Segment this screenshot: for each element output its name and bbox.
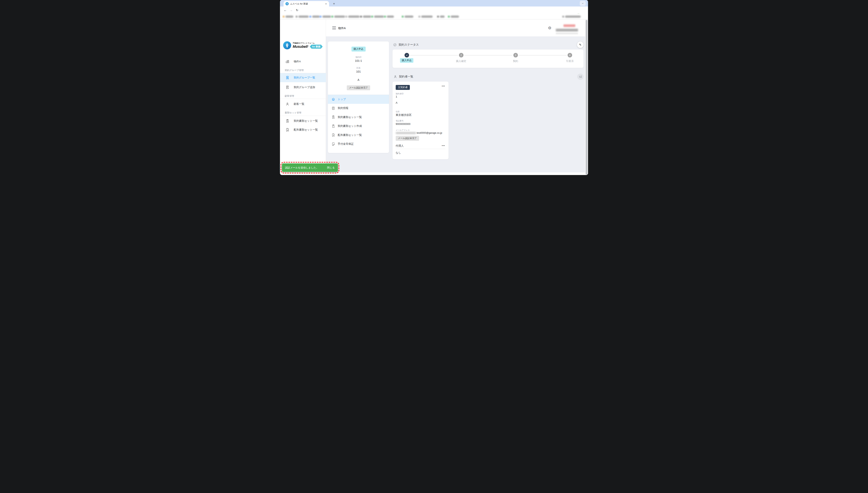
- document-lines-icon: [332, 106, 335, 110]
- tab-label: 契約書類セット作成: [338, 124, 362, 128]
- mail-verification-badge: メール認証未完了: [396, 136, 419, 141]
- tab-close-icon[interactable]: ×: [325, 2, 327, 5]
- step-3-circle: 3: [513, 53, 518, 58]
- pencil-icon: ✎: [579, 43, 581, 47]
- content-bottom-strip: [326, 172, 588, 175]
- agent-more-icon[interactable]: ⋯: [442, 144, 445, 148]
- sidebar-item-label: 契約グループ一覧: [294, 76, 315, 80]
- bookmark-item[interactable]: [320, 15, 331, 18]
- sort-button[interactable]: [577, 73, 584, 80]
- document-add-icon: [285, 85, 290, 89]
- hamburger-menu-icon[interactable]: [332, 26, 336, 29]
- bookmark-item[interactable]: [345, 15, 360, 18]
- contractors-title: 契約者一覧: [393, 75, 413, 79]
- contract-status-title: 契約ステータス: [393, 43, 419, 47]
- sidebar-item-label: 顧客一覧: [294, 102, 304, 106]
- sidebar-item-distribution-docset-list[interactable]: 配布書類セット一覧: [280, 125, 326, 134]
- check-icon: [406, 54, 408, 57]
- tab-top[interactable]: トップ: [328, 95, 389, 104]
- bookmark-item[interactable]: [562, 15, 581, 18]
- sidebar-item-customer-list[interactable]: 顧客一覧: [280, 100, 326, 109]
- dashed-check-circle-icon: [393, 43, 397, 47]
- bookmark-item[interactable]: [310, 15, 320, 18]
- bookmark-search-icon: [332, 115, 335, 119]
- browser-window: ムスベル for 新築 × + ← → ↻ ⋮: [280, 0, 588, 175]
- mail-verification-badge: メール認証未完了: [347, 85, 370, 90]
- sidebar-item-label: 配布書類セット一覧: [294, 128, 318, 132]
- reload-icon[interactable]: ↻: [295, 8, 300, 13]
- step-1-circle-done: [405, 53, 409, 58]
- toast-close-button[interactable]: 閉じる: [327, 166, 335, 170]
- person-icon: [285, 102, 290, 106]
- email-label: メールアドレス: [396, 129, 410, 132]
- home-icon: [332, 97, 335, 101]
- contractor-id-label: 契約者ID: [396, 92, 404, 95]
- tab-contract-docset-create[interactable]: 契約書類セット作成: [328, 122, 389, 131]
- bookmark-item[interactable]: [296, 15, 309, 18]
- user-role-redacted: [564, 24, 575, 27]
- tab-title: ムスベル for 新築: [290, 2, 325, 5]
- gear-icon[interactable]: ⚙: [548, 26, 551, 30]
- musubell-pen-nib-icon: [283, 41, 291, 49]
- sidebar: 不動産DXプラットフォーム Musubell ® for 新築 物件A 契約グル…: [280, 19, 326, 175]
- divider: [280, 115, 326, 116]
- sidebar-item-contract-group-list[interactable]: 契約グループ一覧: [280, 73, 326, 82]
- new-tab-button[interactable]: +: [332, 1, 337, 6]
- contract-id-value: 101-1: [328, 59, 389, 62]
- phone-value: 9000000000: [396, 123, 410, 126]
- back-icon[interactable]: ←: [283, 8, 288, 13]
- contractor-more-icon[interactable]: ⋯: [442, 84, 445, 88]
- bookmark-search-icon: [285, 119, 290, 123]
- edit-status-button[interactable]: ✎: [577, 42, 584, 48]
- tab-strip: ムスベル for 新築 × +: [280, 0, 588, 6]
- bookmark-item[interactable]: [283, 15, 293, 18]
- contractor-id-value: 1: [396, 95, 397, 98]
- sidebar-item-contract-group-add[interactable]: 契約グループ追加: [280, 83, 326, 92]
- step-connector: [519, 55, 567, 56]
- email-prefix-redacted: [396, 132, 416, 134]
- bookmark-item[interactable]: [448, 15, 459, 18]
- sidebar-item-contract-docset-list[interactable]: 契約書類セット一覧: [280, 116, 326, 126]
- tab-contract-docset-list[interactable]: 契約書類セット一覧: [328, 113, 389, 122]
- browser-toolbar: ← → ↻ ⋮: [280, 6, 588, 14]
- document-search-icon: [285, 76, 290, 80]
- toast-notification: 認証メールを送信しました。 閉じる: [282, 164, 338, 172]
- address-label: 住所: [396, 110, 399, 113]
- agent-label: 代理人: [396, 144, 404, 148]
- bookmark-item[interactable]: [418, 15, 433, 18]
- bookmark-item[interactable]: [371, 15, 384, 18]
- tab-contract-info[interactable]: 契約情報: [328, 104, 389, 113]
- bookmark-item[interactable]: [384, 15, 394, 18]
- logo-brand: Musubell: [293, 45, 308, 49]
- sidebar-section-document-sets: 書類セット管理: [285, 111, 301, 114]
- block-value: 101: [328, 70, 389, 73]
- bookmark-item[interactable]: [360, 15, 371, 18]
- contract-summary-card: 購入申込 契約ID 101-1 区画 101 A メール認証未完了 トップ 契約…: [328, 42, 389, 153]
- scrollbar-thumb[interactable]: [586, 20, 588, 175]
- sort-icon: [578, 75, 582, 79]
- tab-label: 配布書類セット一覧: [338, 133, 362, 137]
- primary-contractor-badge: 主契約者: [396, 85, 410, 90]
- bookmark-item[interactable]: [437, 15, 444, 18]
- sidebar-item-label: 物件A: [294, 60, 301, 63]
- forward-icon[interactable]: →: [289, 8, 294, 13]
- bookmark-item[interactable]: [402, 15, 413, 18]
- user-name-redacted[interactable]: [556, 29, 578, 31]
- step-connector: [410, 55, 458, 56]
- musubell-favicon: [285, 2, 289, 5]
- tab-deposit-guarantee[interactable]: 手付金等保証: [328, 140, 389, 149]
- step-2-circle: 2: [459, 53, 463, 58]
- contract-status-stepper: 2 3 4 購入申込 購入確定 契約 引渡済: [392, 49, 584, 68]
- person-icon: [393, 75, 397, 79]
- bookmark-item[interactable]: [332, 15, 345, 18]
- contractor-card: 主契約者 ⋯ 契約者ID 1 A 住所 東京都渋谷区 電話番号 90000000…: [392, 82, 449, 159]
- tab-label: 契約書類セット一覧: [338, 115, 362, 119]
- tab-search-chevron-icon[interactable]: [580, 1, 586, 6]
- sidebar-item-property[interactable]: 物件A: [280, 57, 326, 66]
- musubell-logo[interactable]: 不動産DXプラットフォーム Musubell ® for 新築: [283, 41, 323, 49]
- contract-id-label: 契約ID: [328, 56, 389, 59]
- browser-tab[interactable]: ムスベル for 新築 ×: [283, 1, 329, 6]
- bookmarks-bar: [280, 14, 588, 19]
- tab-distribution-docset-list[interactable]: 配布書類セット一覧: [328, 131, 389, 140]
- phone-label: 電話番号: [396, 120, 404, 122]
